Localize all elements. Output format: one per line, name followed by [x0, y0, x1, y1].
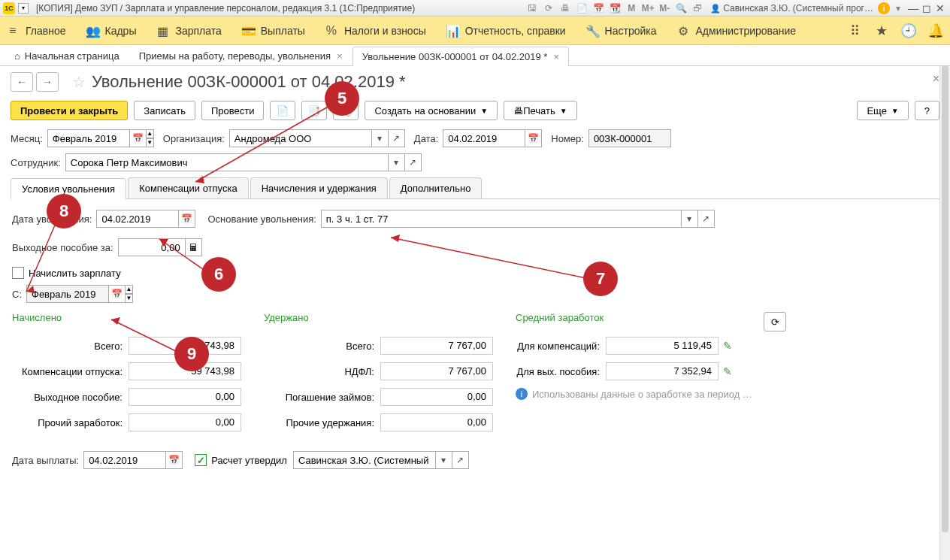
- dismiss-date-field[interactable]: [96, 210, 179, 228]
- employee-field[interactable]: [65, 153, 389, 171]
- tab-dismissal-close-icon[interactable]: ×: [553, 51, 559, 62]
- tb-icon-4[interactable]: 📄: [575, 2, 588, 15]
- current-user[interactable]: Савинская З.Ю. (Системный прог…: [710, 3, 873, 14]
- post-button[interactable]: Провести: [201, 101, 265, 120]
- tb-icon-date[interactable]: 📆: [608, 2, 622, 15]
- menu-kadry[interactable]: 👥Кадры: [86, 24, 137, 38]
- tb-mplus[interactable]: M+: [641, 2, 655, 15]
- avg-for-sev: 7 352,94: [606, 362, 719, 380]
- dismiss-reason-field[interactable]: [321, 210, 682, 228]
- more-button[interactable]: Еще▼: [857, 101, 908, 120]
- history-icon[interactable]: 🕘: [900, 23, 917, 39]
- minimize-button[interactable]: —: [906, 2, 920, 14]
- menu-settings[interactable]: 🔧Настройка: [585, 24, 657, 38]
- maximize-button[interactable]: ◻: [920, 2, 933, 14]
- nav-forward-button[interactable]: →: [36, 72, 59, 92]
- attach-button[interactable]: 📎: [333, 101, 359, 120]
- post-and-close-button[interactable]: Провести и закрыть: [11, 101, 128, 120]
- close-button[interactable]: ✕: [933, 2, 947, 14]
- menu-salary[interactable]: ▦Зарплата: [156, 24, 221, 38]
- approved-dropdown-icon[interactable]: ▾: [436, 451, 452, 469]
- scrollbar-thumb[interactable]: [942, 66, 948, 532]
- month-calendar-icon[interactable]: 📅: [130, 129, 147, 147]
- approved-open-icon[interactable]: ↗: [452, 451, 469, 469]
- tab-hires-close-icon[interactable]: ×: [337, 50, 343, 62]
- wrench-icon: 🔧: [585, 24, 599, 38]
- tb-float-icon[interactable]: 🗗: [691, 2, 704, 15]
- tb-dropdown-caret[interactable]: ▾: [891, 2, 905, 15]
- bell-icon[interactable]: 🔔: [927, 23, 944, 39]
- reason-open-icon[interactable]: ↗: [698, 210, 715, 228]
- severance-field[interactable]: [118, 238, 186, 256]
- tb-mminus[interactable]: M-: [658, 2, 671, 15]
- month-field[interactable]: [47, 129, 130, 147]
- tab-home[interactable]: ⌂Начальная страница: [5, 46, 129, 65]
- vertical-scrollbar[interactable]: [939, 66, 950, 560]
- from-stepper[interactable]: ▲▼: [126, 285, 133, 303]
- apps-icon[interactable]: ⠿: [846, 23, 863, 39]
- print-button[interactable]: 🖶 Печать▼: [504, 101, 577, 120]
- menu-admin[interactable]: ⚙Администрирование: [676, 24, 797, 38]
- employee-dropdown-icon[interactable]: ▾: [389, 153, 405, 171]
- employee-open-icon[interactable]: ↗: [405, 153, 422, 171]
- grid-icon: ▦: [156, 24, 169, 38]
- menu-payments[interactable]: 💳Выплаты: [241, 24, 305, 38]
- subtab-additional[interactable]: Дополнительно: [389, 177, 483, 198]
- tab-dismissal[interactable]: Увольнение 00ЗК-000001 от 04.02.2019 *×: [352, 47, 569, 66]
- print-form-button[interactable]: 📑: [301, 101, 327, 120]
- tb-icon-3[interactable]: 🖶: [558, 2, 572, 15]
- month-stepper[interactable]: ▲▼: [147, 129, 154, 147]
- help-button[interactable]: ?: [915, 101, 939, 120]
- tb-icon-calc[interactable]: 📅: [591, 2, 605, 15]
- menu-reports[interactable]: 📊Отчетность, справки: [446, 24, 566, 38]
- reason-dropdown-icon[interactable]: ▾: [682, 210, 698, 228]
- approved-by-field[interactable]: [293, 451, 436, 469]
- edit-avg-comp-icon[interactable]: ✎: [723, 340, 732, 352]
- favorite-toggle-icon[interactable]: ☆: [72, 73, 86, 91]
- create-based-button[interactable]: Создать на основании▼: [365, 101, 498, 120]
- date-calendar-icon[interactable]: 📅: [525, 129, 542, 147]
- paydate-field[interactable]: [83, 451, 166, 469]
- refresh-button[interactable]: ⟳: [764, 312, 786, 331]
- page-body: ← → ☆ Увольнение 00ЗК-000001 от 04.02.20…: [0, 66, 950, 560]
- tb-m[interactable]: M: [625, 2, 638, 15]
- paydate-label: Дата выплаты:: [12, 455, 79, 466]
- accrued-total: 59 743,98: [129, 337, 241, 355]
- tb-search-icon[interactable]: 🔍: [674, 2, 688, 15]
- subtab-compensation[interactable]: Компенсации отпуска: [128, 177, 249, 198]
- org-label: Организация:: [163, 133, 225, 144]
- titlebar-dropdown-icon[interactable]: ▾: [18, 3, 29, 14]
- subtab-conditions[interactable]: Условия увольнения: [11, 178, 126, 199]
- org-open-icon[interactable]: ↗: [389, 129, 405, 147]
- ndfl: 7 767,00: [380, 362, 493, 380]
- tab-hires[interactable]: Приемы на работу, переводы, увольнения×: [129, 46, 352, 65]
- severance-calc-icon[interactable]: 🖩: [186, 238, 202, 256]
- window-title: [КОПИЯ] Демо ЗУП / Зарплата и управление…: [32, 3, 524, 14]
- approved-checkbox[interactable]: [195, 454, 207, 466]
- org-field[interactable]: [229, 129, 372, 147]
- dismiss-date-calendar-icon[interactable]: 📅: [179, 210, 195, 228]
- tb-icon-1[interactable]: 🖫: [525, 2, 539, 15]
- favorite-star-icon[interactable]: ★: [873, 23, 890, 39]
- calc-salary-checkbox[interactable]: [12, 267, 24, 279]
- chevron-down-icon: ▼: [480, 107, 488, 115]
- other-earnings: 0,00: [129, 413, 241, 431]
- from-field: [26, 285, 109, 303]
- page-close-icon[interactable]: ×: [933, 72, 939, 86]
- tb-icon-2[interactable]: ⟳: [542, 2, 555, 15]
- date-field[interactable]: [443, 129, 525, 147]
- accrued-header: Начислено: [12, 312, 241, 323]
- menu-taxes[interactable]: %Налоги и взносы: [325, 24, 426, 38]
- doc-flow-button[interactable]: 📄: [270, 101, 295, 120]
- subtab-accruals[interactable]: Начисления и удержания: [250, 177, 388, 198]
- save-button[interactable]: Записать: [134, 101, 195, 120]
- paydate-calendar-icon[interactable]: 📅: [166, 451, 183, 469]
- from-calendar-icon[interactable]: 📅: [109, 285, 126, 303]
- date-label: Дата:: [414, 133, 438, 144]
- nav-back-button[interactable]: ←: [11, 72, 33, 92]
- dismiss-reason-label: Основание увольнения:: [207, 213, 316, 225]
- edit-avg-sev-icon[interactable]: ✎: [723, 365, 732, 377]
- info-icon[interactable]: i: [878, 2, 890, 14]
- org-dropdown-icon[interactable]: ▾: [372, 129, 389, 147]
- menu-main[interactable]: ≡Главное: [6, 24, 66, 38]
